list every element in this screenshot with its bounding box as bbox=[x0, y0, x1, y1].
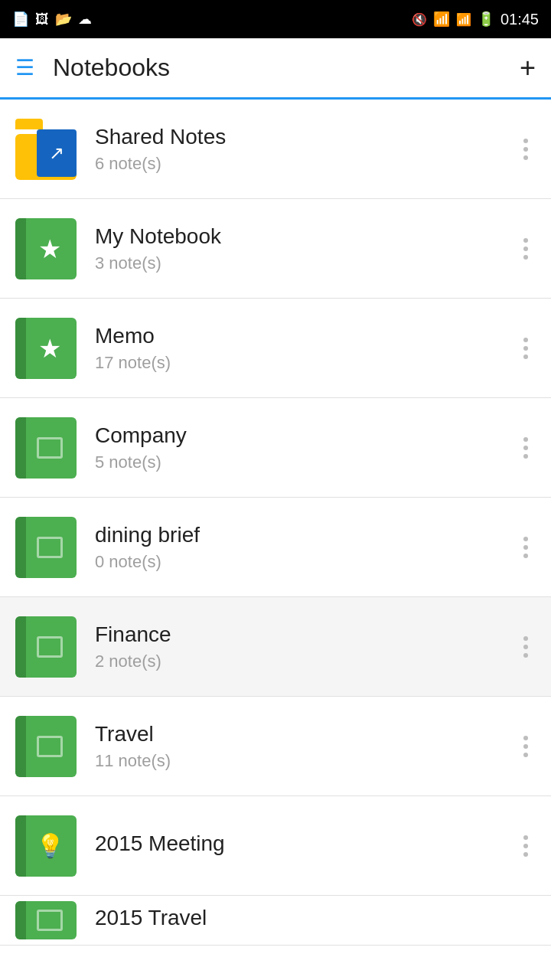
notebook-name: Shared Notes bbox=[95, 125, 516, 149]
memo-icon: ★ bbox=[15, 318, 77, 379]
notebook-name: 2015 Travel bbox=[95, 906, 536, 930]
more-options-button[interactable] bbox=[516, 430, 536, 466]
list-item[interactable]: ★ Memo 17 note(s) bbox=[0, 299, 551, 398]
notebook-count: 2 note(s) bbox=[95, 652, 516, 671]
toolbar: ☰ Notebooks + bbox=[0, 38, 551, 100]
more-options-button[interactable] bbox=[516, 629, 536, 665]
list-item[interactable]: 2015 Travel bbox=[0, 896, 551, 946]
status-bar-left-icons: 📄 🖼 📂 ☁ bbox=[12, 11, 92, 28]
notebook-info: 2015 Travel bbox=[95, 906, 536, 935]
notebook-info: Shared Notes 6 note(s) bbox=[95, 125, 516, 174]
notebook-count: 5 note(s) bbox=[95, 452, 516, 472]
notebook-name: Memo bbox=[95, 324, 516, 348]
notebook-info: My Notebook 3 note(s) bbox=[95, 224, 516, 273]
2015-meeting-icon: 💡 bbox=[15, 815, 77, 877]
list-item[interactable]: 💡 2015 Meeting bbox=[0, 796, 551, 896]
clock: 01:45 bbox=[500, 11, 539, 28]
notebook-name: dining brief bbox=[95, 523, 516, 547]
dining-brief-icon bbox=[15, 517, 77, 578]
page-title: Notebooks bbox=[53, 54, 520, 82]
signal-icon: 📶 bbox=[456, 12, 471, 27]
my-notebook-icon: ★ bbox=[15, 218, 77, 279]
notebook-count: 3 note(s) bbox=[95, 253, 516, 273]
company-icon bbox=[15, 417, 77, 479]
notebook-list: ↗ Shared Notes 6 note(s) ★ My Notebook 3… bbox=[0, 100, 551, 946]
cloud-icon: ☁ bbox=[78, 11, 92, 28]
more-options-button[interactable] bbox=[516, 230, 536, 267]
list-item[interactable]: ★ My Notebook 3 note(s) bbox=[0, 199, 551, 299]
image-icon: 🖼 bbox=[35, 11, 49, 28]
notebook-info: Travel 11 note(s) bbox=[95, 722, 516, 771]
add-notebook-button[interactable]: + bbox=[520, 52, 536, 84]
wifi-icon: 📶 bbox=[433, 11, 450, 28]
notebook-count: 0 note(s) bbox=[95, 552, 516, 572]
notebook-info: Finance 2 note(s) bbox=[95, 622, 516, 671]
folder-search-icon: 📂 bbox=[55, 11, 72, 28]
notebook-name: Travel bbox=[95, 722, 516, 746]
notebook-count: 11 note(s) bbox=[95, 751, 516, 771]
doc-icon: 📄 bbox=[12, 11, 29, 28]
list-item[interactable]: Travel 11 note(s) bbox=[0, 697, 551, 796]
notebook-info: Company 5 note(s) bbox=[95, 423, 516, 472]
list-item[interactable]: dining brief 0 note(s) bbox=[0, 498, 551, 597]
status-bar-right-icons: 🔇 📶 📶 🔋 01:45 bbox=[412, 11, 539, 28]
more-options-button[interactable] bbox=[516, 330, 536, 367]
notebook-name: Finance bbox=[95, 622, 516, 647]
menu-icon[interactable]: ☰ bbox=[15, 55, 34, 80]
more-options-button[interactable] bbox=[516, 131, 536, 168]
status-bar: 📄 🖼 📂 ☁ 🔇 📶 📶 🔋 01:45 bbox=[0, 0, 551, 38]
notebook-name: My Notebook bbox=[95, 224, 516, 249]
notebook-count: 6 note(s) bbox=[95, 154, 516, 174]
bluetooth-muted-icon: 🔇 bbox=[412, 12, 427, 27]
notebook-info: Memo 17 note(s) bbox=[95, 324, 516, 373]
finance-icon bbox=[15, 616, 77, 678]
partial-item-icon bbox=[15, 901, 77, 939]
notebook-info: 2015 Meeting bbox=[95, 831, 516, 861]
more-options-button[interactable] bbox=[516, 828, 536, 864]
notebook-info: dining brief 0 note(s) bbox=[95, 523, 516, 572]
notebook-count: 17 note(s) bbox=[95, 353, 516, 373]
shared-notes-icon: ↗ bbox=[15, 119, 77, 180]
list-item[interactable]: Company 5 note(s) bbox=[0, 398, 551, 498]
notebook-name: Company bbox=[95, 423, 516, 448]
list-item[interactable]: ↗ Shared Notes 6 note(s) bbox=[0, 100, 551, 199]
more-options-button[interactable] bbox=[516, 728, 536, 765]
battery-icon: 🔋 bbox=[478, 11, 494, 28]
travel-icon bbox=[15, 716, 77, 777]
more-options-button[interactable] bbox=[516, 529, 536, 566]
list-item[interactable]: Finance 2 note(s) bbox=[0, 597, 551, 697]
notebook-name: 2015 Meeting bbox=[95, 831, 516, 856]
